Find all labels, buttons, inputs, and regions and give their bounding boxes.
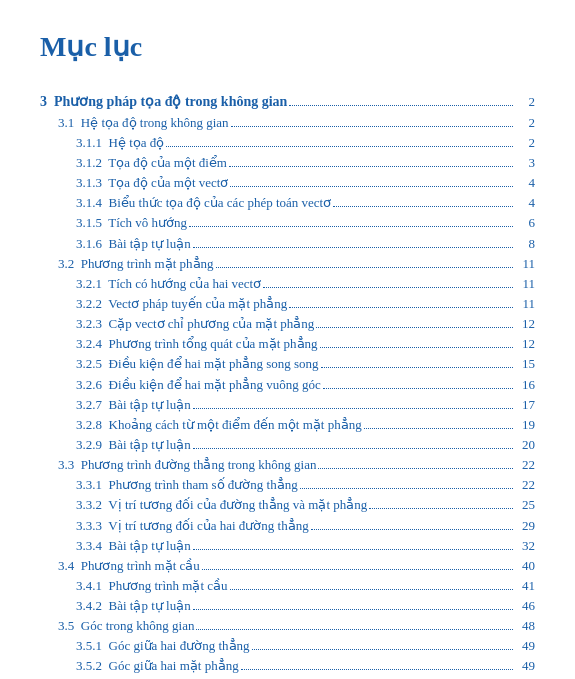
toc-page: 48 (515, 616, 535, 636)
toc-page: 16 (515, 375, 535, 395)
toc-page: 46 (515, 596, 535, 616)
toc-row-6: 3.1.5 Tích vô hướng6 (40, 213, 535, 233)
toc-dots (193, 448, 513, 449)
toc-dots (230, 186, 513, 187)
toc-label: 3.5.1 Góc giữa hai đường thẳng (40, 636, 250, 656)
toc-dots (193, 609, 513, 610)
toc-row-3: 3.1.2 Tọa độ của một điểm3 (40, 153, 535, 173)
toc-row-1: 3.1 Hệ tọa độ trong không gian2 (40, 113, 535, 133)
toc-row-28: 3.5.2 Góc giữa hai mặt phẳng49 (40, 656, 535, 676)
toc-row-14: 3.2.6 Điều kiện để hai mặt phẳng vuông g… (40, 375, 535, 395)
toc-page: 41 (515, 576, 535, 596)
toc-page: 17 (515, 395, 535, 415)
toc-row-19: 3.3.1 Phương trình tham số đường thẳng22 (40, 475, 535, 495)
toc-dots (333, 206, 513, 207)
toc-label: 3.1.5 Tích vô hướng (40, 213, 187, 233)
toc-label: 3 Phương pháp tọa độ trong không gian (40, 91, 287, 113)
toc-page: 11 (515, 294, 535, 314)
toc-dots (193, 549, 513, 550)
toc-label: 3.4 Phương trình mặt cầu (40, 556, 200, 576)
toc-dots (216, 267, 513, 268)
toc-page: 29 (515, 516, 535, 536)
toc-page: 22 (515, 475, 535, 495)
toc-dots (202, 569, 513, 570)
toc-dots (289, 105, 513, 106)
toc-dots (193, 247, 513, 248)
toc-dots (193, 408, 513, 409)
toc-page: 4 (515, 173, 535, 193)
toc-label: 3.1.4 Biểu thức tọa độ của các phép toán… (40, 193, 331, 213)
toc-label: 3.2.4 Phương trình tổng quát của mặt phẳ… (40, 334, 318, 354)
toc-label: 3.2.1 Tích có hướng của hai vectơ (40, 274, 261, 294)
toc-label: 3.2.5 Điều kiện để hai mặt phẳng song so… (40, 354, 319, 374)
toc-dots (263, 287, 513, 288)
toc-page: 40 (515, 556, 535, 576)
toc-label: 3.2.8 Khoảng cách từ một điểm đến một mặ… (40, 415, 362, 435)
toc-dots (323, 388, 513, 389)
toc-container: 3 Phương pháp tọa độ trong không gian23.… (40, 91, 535, 679)
toc-label: 3.2 Phương trình mặt phẳng (40, 254, 214, 274)
toc-row-24: 3.4.1 Phương trình mặt cầu41 (40, 576, 535, 596)
toc-dots (196, 629, 513, 630)
toc-row-9: 3.2.1 Tích có hướng của hai vectơ11 (40, 274, 535, 294)
toc-page: 15 (515, 354, 535, 374)
toc-label: 3.2.3 Cặp vectơ chỉ phương của mặt phẳng (40, 314, 314, 334)
toc-page: 6 (515, 213, 535, 233)
page-title: Mục lục (40, 30, 535, 63)
toc-row-13: 3.2.5 Điều kiện để hai mặt phẳng song so… (40, 354, 535, 374)
toc-page: 25 (515, 495, 535, 515)
toc-label: 3.2.7 Bài tập tự luận (40, 395, 191, 415)
toc-row-10: 3.2.2 Vectơ pháp tuyến của mặt phẳng11 (40, 294, 535, 314)
toc-row-0: 3 Phương pháp tọa độ trong không gian2 (40, 91, 535, 113)
toc-page: 2 (515, 92, 535, 112)
toc-label: 3.5 Góc trong không gian (40, 616, 194, 636)
toc-page: 8 (515, 234, 535, 254)
toc-dots (189, 226, 513, 227)
toc-dots (300, 488, 513, 489)
toc-label: 3.1.2 Tọa độ của một điểm (40, 153, 227, 173)
toc-dots (311, 529, 513, 530)
toc-row-27: 3.5.1 Góc giữa hai đường thẳng49 (40, 636, 535, 656)
toc-row-12: 3.2.4 Phương trình tổng quát của mặt phẳ… (40, 334, 535, 354)
toc-dots (241, 669, 513, 670)
toc-page: 49 (515, 636, 535, 656)
toc-label: 3.4.2 Bài tập tự luận (40, 596, 191, 616)
toc-label: 3.1.3 Tọa độ của một vectơ (40, 173, 228, 193)
toc-label: 3.2.6 Điều kiện để hai mặt phẳng vuông g… (40, 375, 321, 395)
toc-label: 3.2.9 Bài tập tự luận (40, 435, 191, 455)
toc-page: 11 (515, 254, 535, 274)
toc-row-2: 3.1.1 Hệ tọa độ2 (40, 133, 535, 153)
toc-label: 3.5.2 Góc giữa hai mặt phẳng (40, 656, 239, 676)
toc-dots (231, 126, 513, 127)
toc-row-26: 3.5 Góc trong không gian48 (40, 616, 535, 636)
toc-dots (320, 347, 513, 348)
toc-row-20: 3.3.2 Vị trí tương đối của đường thẳng v… (40, 495, 535, 515)
toc-row-15: 3.2.7 Bài tập tự luận17 (40, 395, 535, 415)
toc-label: 3.3.3 Vị trí tương đối của hai đường thẳ… (40, 516, 309, 536)
toc-dots (364, 428, 513, 429)
toc-label: 3.3.1 Phương trình tham số đường thẳng (40, 475, 298, 495)
toc-row-16: 3.2.8 Khoảng cách từ một điểm đến một mặ… (40, 415, 535, 435)
toc-page: 22 (515, 455, 535, 475)
toc-dots (321, 367, 513, 368)
toc-page: 11 (515, 274, 535, 294)
toc-label: 3.1.6 Bài tập tự luận (40, 234, 191, 254)
toc-label: 3.2.2 Vectơ pháp tuyến của mặt phẳng (40, 294, 287, 314)
toc-dots (318, 468, 513, 469)
toc-label: 3.3 Phương trình đường thẳng trong không… (40, 455, 316, 475)
toc-page: 19 (515, 415, 535, 435)
toc-label: 3.4.1 Phương trình mặt cầu (40, 576, 228, 596)
toc-label: 3.3.2 Vị trí tương đối của đường thẳng v… (40, 495, 367, 515)
toc-row-4: 3.1.3 Tọa độ của một vectơ4 (40, 173, 535, 193)
toc-label: 3.3.4 Bài tập tự luận (40, 536, 191, 556)
toc-page: 32 (515, 536, 535, 556)
toc-page: 12 (515, 334, 535, 354)
toc-dots (229, 166, 513, 167)
toc-row-25: 3.4.2 Bài tập tự luận46 (40, 596, 535, 616)
toc-page: 3 (515, 153, 535, 173)
toc-row-22: 3.3.4 Bài tập tự luận32 (40, 536, 535, 556)
toc-row-5: 3.1.4 Biểu thức tọa độ của các phép toán… (40, 193, 535, 213)
toc-page: 2 (515, 133, 535, 153)
toc-label: 3.1.1 Hệ tọa độ (40, 133, 164, 153)
toc-dots (316, 327, 513, 328)
